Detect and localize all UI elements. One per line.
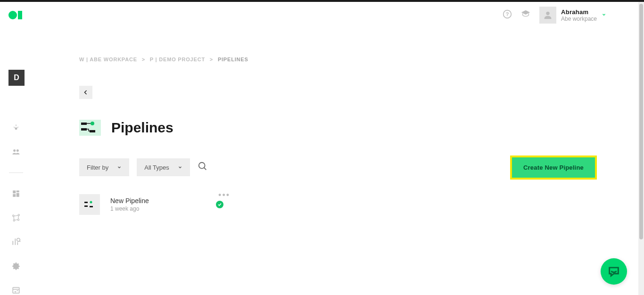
status-success-icon (216, 201, 223, 208)
types-dropdown[interactable]: All Types (137, 158, 190, 176)
avatar-icon (539, 7, 556, 24)
nav-network-icon[interactable] (10, 213, 22, 223)
nav-settings-icon[interactable] (10, 261, 22, 271)
filter-by-label: Filter by (87, 164, 108, 171)
breadcrumb-sep-1: > (142, 57, 145, 62)
nav-overview-icon[interactable] (10, 123, 22, 132)
pipeline-item-name: New Pipeline (110, 197, 149, 205)
svg-rect-9 (13, 194, 16, 197)
pipeline-item-time: 1 week ago (110, 205, 149, 212)
vertical-scrollbar[interactable] (638, 2, 644, 295)
page-title: Pipelines (111, 120, 173, 136)
user-name-label: Abraham (561, 8, 597, 16)
svg-rect-8 (17, 193, 19, 197)
pipeline-list-item[interactable]: New Pipeline 1 week ago ••• (79, 194, 230, 215)
svg-text:?: ? (506, 11, 509, 17)
nav-analytics-icon[interactable] (10, 237, 22, 247)
svg-rect-23 (84, 202, 88, 203)
svg-point-5 (17, 149, 19, 152)
user-workspace-label: Abe workpace (561, 16, 597, 22)
scrollbar-thumb[interactable] (639, 4, 643, 239)
search-icon[interactable] (198, 161, 208, 173)
svg-point-2 (546, 12, 549, 15)
svg-rect-6 (13, 191, 16, 194)
sidebar-project-badge[interactable]: D (8, 70, 25, 86)
breadcrumb: W | ABE WORKPACE > P | DEMO PROJECT > PI… (79, 57, 597, 62)
create-button-highlight: Create New Pipeline (510, 156, 597, 180)
pipelines-icon (79, 120, 101, 136)
page-title-row: Pipelines (79, 120, 597, 136)
sidebar-divider (9, 172, 23, 173)
svg-rect-26 (90, 206, 93, 207)
types-label: All Types (144, 164, 169, 171)
svg-rect-17 (81, 123, 87, 125)
back-button[interactable] (79, 86, 92, 99)
svg-line-22 (204, 168, 206, 170)
user-text-block: Abraham Abe workpace (561, 8, 597, 22)
logo-circle (8, 11, 17, 19)
breadcrumb-current: PIPELINES (218, 57, 248, 62)
logo-bar (18, 11, 22, 19)
svg-rect-25 (84, 205, 88, 207)
header-right-group: ? Abraham Abe workpace (503, 7, 606, 24)
chevron-down-icon (602, 12, 606, 18)
svg-rect-16 (13, 287, 19, 293)
user-menu[interactable]: Abraham Abe workpace (539, 7, 606, 24)
svg-rect-7 (17, 191, 19, 193)
svg-point-14 (17, 238, 20, 242)
main-content: W | ABE WORKPACE > P | DEMO PROJECT > PI… (32, 28, 644, 295)
breadcrumb-project[interactable]: P | DEMO PROJECT (150, 57, 205, 62)
sidebar (0, 28, 32, 295)
filter-by-dropdown[interactable]: Filter by (79, 158, 129, 176)
svg-point-21 (199, 163, 205, 169)
nav-environments-icon[interactable] (10, 285, 22, 295)
breadcrumb-sep-2: > (210, 57, 213, 62)
app-header: ? Abraham Abe workpace (0, 2, 644, 28)
create-new-pipeline-button[interactable]: Create New Pipeline (512, 157, 595, 178)
more-options-icon[interactable]: ••• (218, 190, 230, 200)
svg-rect-19 (81, 128, 87, 131)
svg-point-4 (13, 149, 16, 152)
pipeline-item-icon (79, 194, 100, 215)
sidebar-project-letter: D (14, 74, 19, 82)
chevron-down-icon (178, 165, 182, 170)
app-logo[interactable] (8, 11, 22, 19)
help-icon[interactable]: ? (503, 9, 512, 21)
nav-dashboard-icon[interactable] (10, 189, 22, 199)
svg-point-24 (90, 201, 92, 204)
pipeline-item-texts: New Pipeline 1 week ago (110, 197, 149, 212)
support-chat-button[interactable] (601, 258, 627, 285)
svg-rect-20 (90, 130, 95, 132)
svg-point-3 (15, 127, 17, 130)
breadcrumb-workspace[interactable]: W | ABE WORKPACE (79, 57, 137, 62)
nav-collaborators-icon[interactable] (10, 147, 22, 156)
main-layout: W | ABE WORKPACE > P | DEMO PROJECT > PI… (0, 28, 644, 295)
chevron-down-icon (117, 165, 122, 170)
academy-icon[interactable] (520, 9, 531, 21)
svg-point-18 (91, 122, 94, 125)
chevron-left-icon (83, 90, 89, 95)
